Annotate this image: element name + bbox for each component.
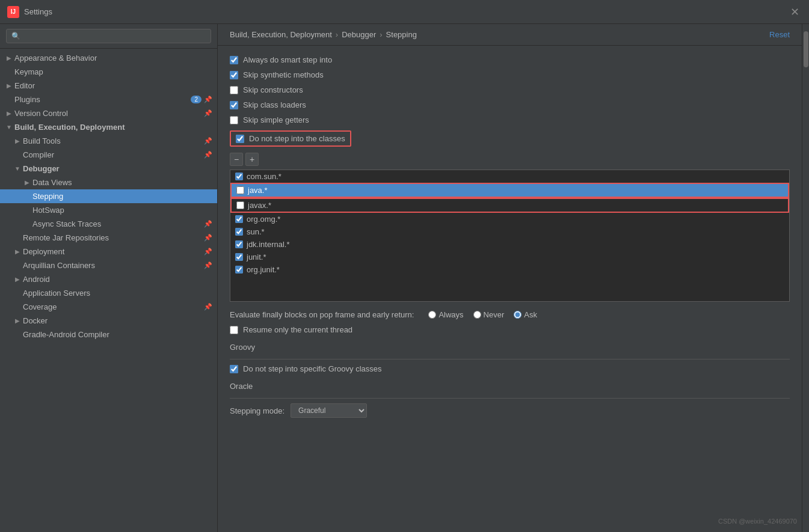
sidebar-item-debugger[interactable]: ▼ Debugger (0, 162, 217, 176)
stepping-mode-select[interactable]: Graceful Force Always Force (291, 403, 367, 418)
stepping-mode-label: Stepping mode: (230, 406, 285, 415)
sidebar-item-app-servers[interactable]: Application Servers (0, 286, 217, 300)
sidebar-item-appearance[interactable]: ▶ Appearance & Behavior (0, 51, 217, 65)
class-checkbox-javax[interactable] (236, 201, 244, 209)
class-checkbox-sun[interactable] (235, 228, 243, 236)
scroll-thumb[interactable] (804, 31, 808, 67)
chevron-right-icon: ▶ (13, 248, 22, 256)
sidebar-search-container (0, 24, 217, 49)
sidebar-item-keymap[interactable]: Keymap (0, 65, 217, 79)
groovy-checkbox[interactable] (230, 365, 238, 373)
sidebar-item-label: Docker (23, 316, 212, 325)
class-checkbox-jdk-internal[interactable] (235, 240, 243, 248)
class-name-com-sun: com.sun.* (247, 172, 281, 181)
radio-never-input[interactable] (473, 311, 481, 319)
sidebar-item-version-control[interactable]: ▶ Version Control 📌 (0, 106, 217, 120)
spacer (13, 151, 22, 159)
sidebar-item-remote-jar[interactable]: Remote Jar Repositories 📌 (0, 231, 217, 245)
resume-thread-checkbox[interactable] (230, 326, 238, 334)
radio-always-input[interactable] (428, 311, 436, 319)
radio-always[interactable]: Always (428, 310, 463, 319)
plugins-badge: 2 (191, 96, 201, 103)
class-checkbox-org-omg[interactable] (235, 215, 243, 223)
sidebar-item-android[interactable]: ▶ Android (0, 272, 217, 286)
class-list: com.sun.* java.* javax.* (230, 170, 790, 302)
main-content: ▶ Appearance & Behavior Keymap ▶ Editor … (0, 24, 809, 532)
class-item-sun[interactable]: sun.* (230, 225, 789, 238)
class-item-org-junit[interactable]: org.junit.* (230, 263, 789, 276)
pin-icon: 📌 (204, 234, 212, 242)
close-button[interactable]: ✕ (788, 5, 802, 19)
spacer (5, 68, 13, 76)
stepping-mode-row: Stepping mode: Graceful Force Always For… (230, 403, 790, 418)
checkbox-skip-class-loaders: Skip class loaders (230, 100, 790, 109)
sidebar-item-arquillian[interactable]: Arquillian Containers 📌 (0, 258, 217, 272)
always-smart-label: Always do smart step into (243, 55, 332, 64)
reset-button[interactable]: Reset (769, 30, 790, 39)
sidebar-item-deployment[interactable]: ▶ Deployment 📌 (0, 245, 217, 258)
class-checkbox-junit[interactable] (235, 253, 243, 261)
sidebar-item-label: Appearance & Behavior (14, 54, 212, 63)
class-item-com-sun[interactable]: com.sun.* (230, 170, 789, 183)
class-item-jdk-internal[interactable]: jdk.internal.* (230, 238, 789, 251)
sidebar-item-build-tools[interactable]: ▶ Build Tools 📌 (0, 134, 217, 148)
class-name-org-omg: org.omg.* (247, 215, 280, 224)
sidebar-item-hotswap[interactable]: HotSwap (0, 203, 217, 217)
class-checkbox-com-sun[interactable] (235, 173, 243, 180)
add-class-button[interactable]: + (245, 153, 259, 166)
class-checkbox-java[interactable] (236, 186, 244, 194)
radio-always-label: Always (438, 310, 463, 319)
class-list-toolbar: − + (230, 153, 790, 166)
class-item-javax[interactable]: javax.* (230, 198, 789, 213)
sidebar-item-build-execution[interactable]: ▼ Build, Execution, Deployment (0, 120, 217, 134)
sidebar-item-plugins[interactable]: Plugins 2 📌 (0, 93, 217, 106)
always-smart-checkbox[interactable] (230, 56, 238, 64)
sidebar-item-compiler[interactable]: Compiler 📌 (0, 148, 217, 162)
sidebar-item-label: Compiler (23, 150, 204, 159)
class-item-org-omg[interactable]: org.omg.* (230, 213, 789, 225)
sidebar-item-label: Data Views (32, 178, 212, 187)
sidebar-item-gradle-android[interactable]: Gradle-Android Compiler (0, 328, 217, 341)
skip-class-loaders-label: Skip class loaders (243, 100, 306, 109)
breadcrumb-sep-1: › (336, 30, 338, 39)
checkbox-groovy: Do not step into specific Groovy classes (230, 364, 790, 373)
chevron-right-icon: ▶ (5, 109, 13, 118)
checkbox-skip-constructors: Skip constructors (230, 85, 790, 94)
sidebar-item-label: Remote Jar Repositories (23, 233, 204, 242)
class-checkbox-org-junit[interactable] (235, 266, 243, 274)
sidebar-item-label: Keymap (14, 67, 212, 76)
sidebar-item-async-stack[interactable]: Async Stack Traces 📌 (0, 217, 217, 231)
chevron-right-icon: ▶ (5, 82, 13, 90)
right-scrollbar[interactable] (802, 24, 809, 532)
radio-never[interactable]: Never (473, 310, 505, 319)
sidebar-tree: ▶ Appearance & Behavior Keymap ▶ Editor … (0, 49, 217, 532)
do-not-step-container: Do not step into the classes (230, 130, 351, 147)
sidebar-item-coverage[interactable]: Coverage 📌 (0, 300, 217, 314)
sidebar-item-data-views[interactable]: ▶ Data Views (0, 176, 217, 189)
class-name-javax: javax.* (248, 201, 271, 210)
sidebar-item-docker[interactable]: ▶ Docker (0, 314, 217, 328)
skip-simple-getters-checkbox[interactable] (230, 116, 238, 124)
radio-never-label: Never (484, 310, 505, 319)
class-item-java[interactable]: java.* (230, 183, 789, 198)
skip-constructors-label: Skip constructors (243, 85, 303, 94)
app-icon: IJ (7, 6, 19, 18)
skip-synthetic-checkbox[interactable] (230, 71, 238, 79)
radio-ask-input[interactable] (514, 311, 521, 319)
class-list-section: − + com.sun.* java.* (230, 153, 790, 302)
sidebar-item-stepping[interactable]: Stepping (0, 189, 217, 203)
remove-class-button[interactable]: − (230, 153, 243, 166)
do-not-step-checkbox[interactable] (236, 135, 244, 143)
skip-class-loaders-checkbox[interactable] (230, 101, 238, 109)
search-input[interactable] (6, 29, 211, 43)
spacer (23, 220, 31, 228)
groovy-label: Do not step into specific Groovy classes (243, 364, 382, 373)
skip-constructors-checkbox[interactable] (230, 86, 238, 94)
radio-ask[interactable]: Ask (514, 310, 537, 319)
sidebar-item-label: Version Control (14, 109, 204, 118)
class-item-junit[interactable]: junit.* (230, 251, 789, 263)
sidebar-item-editor[interactable]: ▶ Editor (0, 79, 217, 93)
class-name-jdk-internal: jdk.internal.* (247, 240, 290, 249)
sidebar-item-label: Android (23, 275, 212, 284)
pin-icon: 📌 (204, 303, 212, 311)
